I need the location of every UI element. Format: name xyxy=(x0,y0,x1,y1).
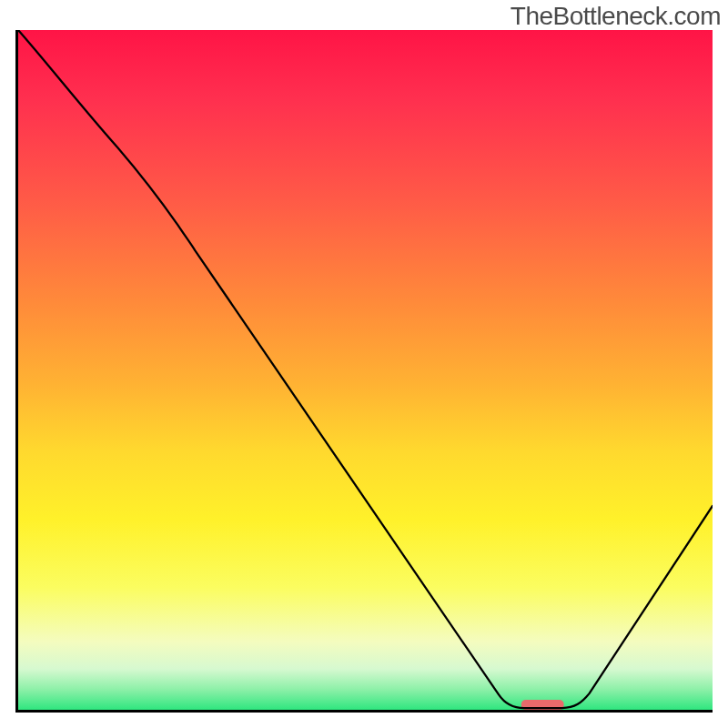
bottleneck-curve xyxy=(18,30,713,708)
chart-container: TheBottleneck.com xyxy=(0,0,728,728)
watermark-text: TheBottleneck.com xyxy=(511,2,721,31)
plot-area xyxy=(15,30,713,713)
curve-layer xyxy=(18,30,713,710)
